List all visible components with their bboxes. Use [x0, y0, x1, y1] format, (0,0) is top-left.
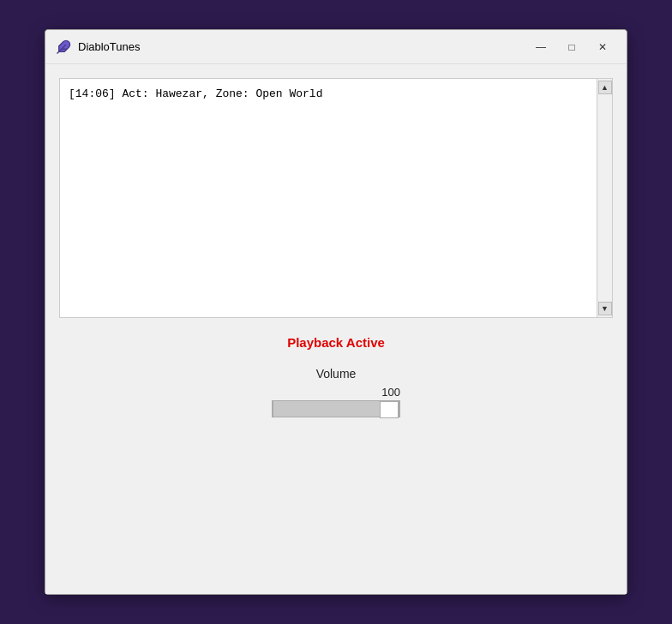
volume-value: 100	[381, 386, 400, 399]
log-entry: [14:06] Act: Hawezar, Zone: Open World	[69, 87, 322, 100]
minimize-button[interactable]: —	[527, 35, 555, 59]
playback-status: Playback Active	[287, 335, 385, 350]
scrollbar: ▲ ▼	[597, 79, 612, 317]
volume-label: Volume	[316, 367, 357, 381]
scroll-down-button[interactable]: ▼	[598, 302, 612, 315]
scroll-thumb[interactable]	[599, 96, 611, 300]
log-container: [14:06] Act: Hawezar, Zone: Open World ▲…	[59, 78, 613, 318]
app-window: DiabloTunes — □ ✕ [14:06] Act: Hawezar, …	[45, 29, 627, 595]
scroll-up-button[interactable]: ▲	[598, 81, 612, 94]
log-text: [14:06] Act: Hawezar, Zone: Open World	[60, 79, 597, 317]
volume-slider[interactable]	[272, 400, 400, 417]
title-bar: DiabloTunes — □ ✕	[45, 30, 627, 64]
content-area: [14:06] Act: Hawezar, Zone: Open World ▲…	[45, 64, 627, 594]
window-title: DiabloTunes	[78, 40, 527, 53]
volume-slider-wrapper: 100	[272, 386, 400, 417]
close-button[interactable]: ✕	[589, 35, 616, 59]
maximize-button[interactable]: □	[558, 35, 585, 59]
volume-section: Volume 100	[272, 367, 400, 417]
feather-icon	[56, 39, 71, 55]
window-controls: — □ ✕	[527, 35, 616, 59]
